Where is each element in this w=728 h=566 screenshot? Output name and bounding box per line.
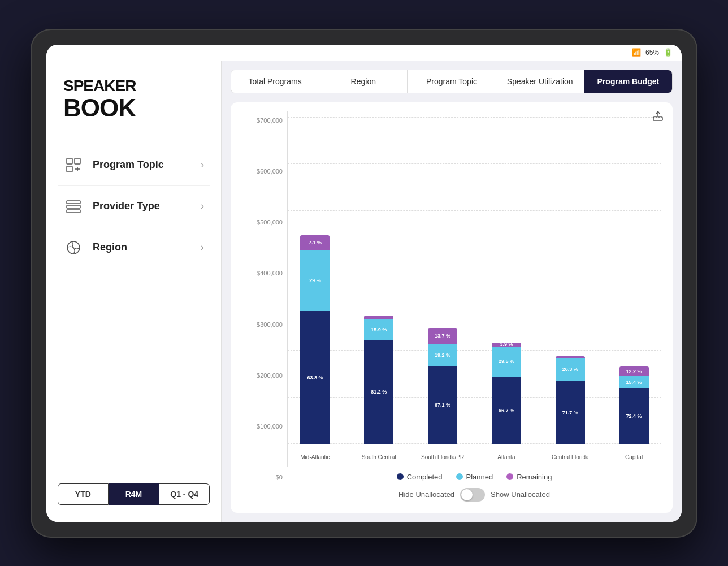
bar-group: 26.3 %71.7 %Central Florida	[543, 356, 597, 444]
bar-segment: 13.7 %	[428, 328, 457, 344]
completed-dot	[397, 473, 404, 480]
bar-segment: 67.1 %	[428, 366, 457, 444]
logo-line1: SPEAKER	[63, 77, 204, 95]
chevron-right-icon: ›	[201, 159, 204, 171]
bar-pct-label: 63.8 %	[307, 375, 323, 381]
sidebar-item-provider-type[interactable]: Provider Type ›	[58, 186, 210, 227]
bar-pct-label: 72.4 %	[626, 413, 642, 419]
bar-segment: 15.9 %	[364, 319, 393, 340]
tab-total-programs[interactable]: Total Programs	[231, 70, 319, 93]
tablet-frame: 📶 65% 🔋 SPEAKER BOOK	[31, 29, 697, 538]
svg-rect-1	[75, 158, 80, 164]
legend-completed: Completed	[397, 473, 443, 481]
grid-line	[288, 257, 661, 257]
y-axis: $700,000 $600,000 $500,000 $400,000 $300…	[242, 111, 287, 504]
bar-segment: 15.4 %	[619, 376, 649, 388]
bar-x-label: Central Florida	[552, 454, 589, 460]
nav-items: Program Topic › Provider Type ›	[46, 145, 221, 472]
sidebar-label-region: Region	[93, 241, 201, 253]
bar-segment: 26.3 %	[556, 358, 585, 381]
completed-label: Completed	[407, 473, 443, 481]
bar-pct-label: 15.4 %	[626, 379, 642, 385]
toggle-row: Hide Unallocated Show Unallocated	[287, 483, 661, 504]
bar-group: 13.7 %19.2 %67.1 %South Florida/PR	[415, 328, 470, 444]
bar-x-label: Mid-Atlantic	[300, 454, 330, 460]
svg-rect-7	[67, 210, 80, 213]
bar-stack: 26.3 %71.7 %Central Florida	[557, 356, 584, 444]
bar-segment: 29 %	[300, 250, 330, 311]
bar-x-label: Atlanta	[497, 454, 515, 460]
bar-segment: 63.8 %	[300, 311, 330, 444]
tablet-screen: 📶 65% 🔋 SPEAKER BOOK	[46, 45, 682, 522]
sidebar-item-region[interactable]: Region ›	[58, 227, 210, 268]
bar-pct-label: 7.1 %	[309, 240, 322, 245]
grid-line	[288, 210, 661, 211]
sidebar-item-program-topic[interactable]: Program Topic ›	[58, 145, 210, 186]
bar-pct-label: 13.7 %	[435, 333, 450, 339]
bar-segment: 72.4 %	[619, 388, 649, 444]
planned-label: Planned	[466, 473, 493, 481]
chevron-right-icon: ›	[201, 200, 204, 212]
tabs-row: Total Programs Region Program Topic Spea…	[231, 70, 673, 93]
bar-pct-label: 29 %	[309, 278, 321, 283]
toggle-switch[interactable]	[460, 488, 485, 502]
main-content: Total Programs Region Program Topic Spea…	[222, 61, 682, 522]
svg-rect-2	[67, 166, 72, 172]
logo: SPEAKER BOOK	[46, 77, 221, 145]
tab-program-topic[interactable]: Program Topic	[408, 70, 496, 93]
bar-stack: 12.2 %15.4 %72.4 %Capital	[621, 366, 648, 444]
q1q4-button[interactable]: Q1 - Q4	[159, 483, 210, 505]
bar-pct-label: 12.2 %	[626, 369, 642, 374]
y-label-400k: $400,000	[257, 270, 283, 276]
battery-percent: 65%	[645, 49, 659, 57]
y-label-700k: $700,000	[257, 117, 283, 124]
svg-rect-5	[67, 201, 80, 204]
bar-group: 12.2 %15.4 %72.4 %Capital	[606, 366, 661, 444]
y-label-100k: $100,000	[257, 423, 283, 430]
grid-icon	[63, 155, 84, 175]
bar-segment: 66.7 %	[492, 377, 521, 444]
bar-stack: 15.9 %81.2 %South Central	[365, 316, 392, 444]
remaining-label: Remaining	[517, 473, 552, 481]
bar-x-label: Capital	[625, 454, 643, 460]
tab-region[interactable]: Region	[319, 70, 408, 93]
bar-segment: 81.2 %	[364, 340, 393, 444]
grid-lines	[288, 117, 661, 444]
grid-line	[288, 350, 661, 351]
y-label-500k: $500,000	[257, 219, 283, 226]
bar-x-label: South Central	[362, 454, 396, 460]
map-icon	[63, 237, 84, 258]
chart-area: $700,000 $600,000 $500,000 $400,000 $300…	[242, 111, 661, 504]
grid-line	[288, 163, 661, 164]
bar-stack: 3.9 %29.5 %66.7 %Atlanta	[493, 343, 520, 444]
app-body: SPEAKER BOOK	[46, 61, 682, 522]
r4m-button[interactable]: R4M	[109, 483, 159, 505]
bar-pct-label: 19.2 %	[435, 352, 450, 358]
planned-dot	[456, 473, 463, 480]
bar-segment: 7.1 %	[300, 235, 330, 250]
hide-unallocated-label: Hide Unallocated	[398, 490, 454, 499]
bar-stack: 7.1 %29 %63.8 %Mid-Atlantic	[301, 235, 328, 444]
grid-line	[288, 304, 661, 304]
chart-card: $700,000 $600,000 $500,000 $400,000 $300…	[231, 102, 673, 513]
legend-planned: Planned	[456, 473, 493, 481]
tab-program-budget[interactable]: Program Budget	[584, 70, 672, 93]
bar-segment: 71.7 %	[556, 381, 585, 444]
grid-line	[288, 117, 661, 118]
y-label-600k: $600,000	[257, 168, 283, 175]
logo-line2: BOOK	[63, 94, 204, 122]
svg-rect-0	[67, 158, 72, 164]
tab-speaker-utilization[interactable]: Speaker Utilization	[496, 70, 584, 93]
wifi-icon: 📶	[632, 48, 641, 57]
bar-pct-label: 26.3 %	[562, 366, 578, 372]
legend-remaining: Remaining	[506, 473, 552, 481]
svg-rect-6	[67, 205, 80, 208]
bars-container: 7.1 %29 %63.8 %Mid-Atlantic15.9 %81.2 %S…	[287, 111, 661, 467]
bar-pct-label: 29.5 %	[499, 358, 514, 364]
sidebar-label-program-topic: Program Topic	[93, 159, 201, 171]
y-label-200k: $200,000	[257, 372, 283, 379]
ytd-button[interactable]: YTD	[58, 483, 109, 505]
status-bar: 📶 65% 🔋	[46, 45, 682, 61]
bar-group: 15.9 %81.2 %South Central	[352, 316, 406, 444]
time-filters: YTD R4M Q1 - Q4	[46, 472, 221, 511]
